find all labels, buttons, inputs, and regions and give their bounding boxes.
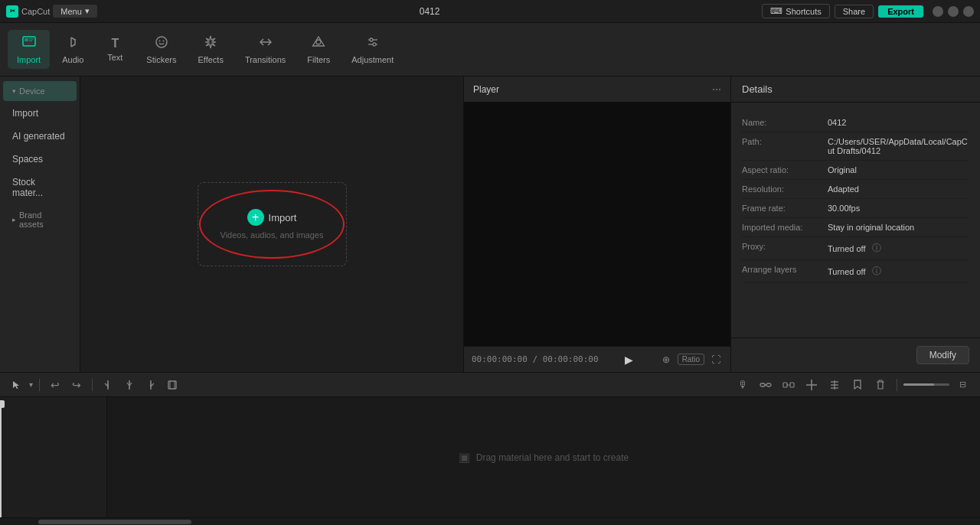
detail-label-aspect: Aspect ratio: <box>742 165 818 174</box>
export-label: Export <box>887 7 914 16</box>
sidebar-item-device[interactable]: ▾ Device <box>3 81 77 101</box>
timeline: ▾ ↩ ↪ <box>0 372 980 525</box>
toolbar-item-filters[interactable]: Filters <box>298 30 339 69</box>
microphone-icon[interactable]: 🎙 <box>733 375 753 395</box>
toolbar-item-audio[interactable]: Audio <box>53 30 93 69</box>
share-label: Share <box>843 7 865 16</box>
split-button[interactable] <box>120 376 139 394</box>
scrollbar-thumb[interactable] <box>38 520 191 524</box>
capcut-logo: ✂ CapCut <box>6 5 50 18</box>
volume-fill <box>903 383 934 386</box>
import-drop-zone[interactable]: + Import Videos, audios, and images <box>198 182 347 266</box>
adjustment-icon <box>365 34 381 52</box>
toolbar-item-effects[interactable]: Effects <box>188 30 232 69</box>
player-right-controls: ⊕ Ratio ⛶ <box>659 353 723 367</box>
sidebar-item-spaces[interactable]: Spaces <box>3 148 77 170</box>
tool-divider-2 <box>92 379 93 391</box>
sidebar-item-ai-generated[interactable]: AI generated <box>3 126 77 147</box>
toolbar-item-import-label: Import <box>17 55 41 64</box>
sidebar-item-brand-assets[interactable]: ▸ Brand assets <box>3 205 77 234</box>
detail-value-proxy: Turned off <box>828 244 866 253</box>
sidebar-spaces-label: Spaces <box>12 154 43 165</box>
tool-divider-1 <box>39 379 40 391</box>
toolbar-item-audio-label: Audio <box>62 55 83 64</box>
sidebar: ▾ Device Import AI generated Spaces Stoc… <box>0 77 80 372</box>
detail-value-resolution: Adapted <box>828 184 859 194</box>
detail-row-framerate: Frame rate: 30.00fps <box>742 199 969 218</box>
import-oval-highlight <box>199 190 345 259</box>
close-button[interactable]: × <box>963 6 974 17</box>
sidebar-item-import[interactable]: Import <box>3 103 77 124</box>
sidebar-brand-label: Brand assets <box>19 210 67 229</box>
detail-value-imported: Stay in original location <box>828 223 914 232</box>
toolbar-item-stickers[interactable]: Stickers <box>137 30 185 69</box>
detail-arrange-info: Turned off ⓘ <box>828 265 881 278</box>
link-icon[interactable] <box>756 375 776 395</box>
sidebar-import-label: Import <box>12 108 38 119</box>
toolbar-item-import[interactable]: Import <box>8 30 50 69</box>
toolbar-item-filters-label: Filters <box>307 55 330 64</box>
maximize-button[interactable]: □ <box>948 6 959 17</box>
split-tracks-icon[interactable] <box>802 375 822 395</box>
player-title: Player <box>473 84 499 95</box>
split-left-button[interactable] <box>99 376 117 394</box>
minimize-button[interactable]: — <box>933 6 943 17</box>
share-button[interactable]: Share <box>835 5 874 18</box>
zoom-icon[interactable]: ⊟ <box>952 375 972 395</box>
detail-label-framerate: Frame rate: <box>742 204 818 213</box>
split-right-button[interactable] <box>142 376 160 394</box>
timeline-right-tools: 🎙 <box>733 375 972 395</box>
undo-button[interactable]: ↩ <box>46 376 64 394</box>
detail-row-name: Name: 0412 <box>742 113 969 132</box>
toolbar-item-adjustment[interactable]: Adjustment <box>342 30 403 69</box>
svg-rect-20 <box>760 383 765 386</box>
crop-button[interactable] <box>163 376 181 394</box>
capcut-name: CapCut <box>21 7 50 16</box>
detail-row-resolution: Resolution: Adapted <box>742 180 969 199</box>
align-icon[interactable] <box>825 375 844 395</box>
volume-slider[interactable] <box>903 383 949 386</box>
timeline-track-labels <box>0 397 107 517</box>
playhead-track <box>0 403 2 517</box>
toolbar-item-transitions-label: Transitions <box>245 55 286 64</box>
play-button[interactable]: ▶ <box>622 353 635 367</box>
detail-value-name: 0412 <box>828 118 846 127</box>
arrange-info-icon[interactable]: ⓘ <box>872 265 881 278</box>
details-panel: Details Name: 0412 Path: C:/Users/USER/A… <box>731 77 980 372</box>
player-viewport <box>464 103 730 346</box>
fullscreen-icon[interactable]: ⛶ <box>709 353 723 367</box>
menu-button[interactable]: Menu ▾ <box>53 5 97 18</box>
modify-button[interactable]: Modify <box>916 346 969 364</box>
proxy-info-icon[interactable]: ⓘ <box>872 242 881 255</box>
detail-label-proxy: Proxy: <box>742 242 818 251</box>
timeline-left-tools: ▾ ↩ ↪ <box>8 376 181 394</box>
player-header: Player ⋯ <box>464 77 730 103</box>
detail-label-name: Name: <box>742 118 818 127</box>
merge-icon[interactable] <box>779 375 799 395</box>
ratio-badge[interactable]: Ratio <box>678 354 704 365</box>
toolbar-item-text[interactable]: T Text <box>96 33 134 67</box>
detail-row-proxy: Proxy: Turned off ⓘ <box>742 237 969 260</box>
svg-point-7 <box>162 41 164 42</box>
sidebar-item-stock-material[interactable]: Stock mater... <box>3 171 77 204</box>
playhead-head <box>0 400 5 408</box>
player-menu-icon[interactable]: ⋯ <box>712 84 721 95</box>
detail-row-imported-media: Imported media: Stay in original locatio… <box>742 218 969 237</box>
zoom-to-fit-icon[interactable]: ⊕ <box>659 353 673 367</box>
sidebar-device-label: Device <box>19 86 45 96</box>
cursor-chevron-icon[interactable]: ▾ <box>29 380 33 389</box>
redo-button[interactable]: ↪ <box>67 376 86 394</box>
svg-point-5 <box>156 37 167 47</box>
svg-rect-23 <box>783 383 787 387</box>
player-time-total: 00:00:00:00 <box>543 354 599 364</box>
mark-icon[interactable] <box>848 375 867 395</box>
trash-icon[interactable] <box>871 375 890 395</box>
drag-hint-icon: ▣ <box>459 450 470 465</box>
svg-point-13 <box>373 43 376 46</box>
timeline-scrollbar[interactable] <box>0 517 980 525</box>
cursor-tool-button[interactable] <box>8 376 26 394</box>
export-button[interactable]: Export <box>878 5 923 18</box>
shortcuts-button[interactable]: ⌨ Shortcuts <box>762 4 829 18</box>
svg-rect-1 <box>24 38 28 41</box>
toolbar-item-transitions[interactable]: Transitions <box>236 30 295 69</box>
